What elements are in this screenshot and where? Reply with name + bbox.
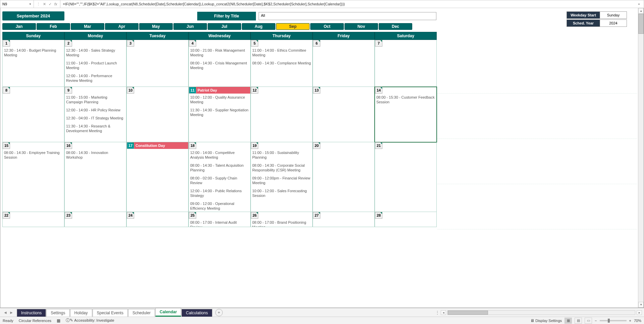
day-cell[interactable]: 11Patriot Day10:00 - 12:00 - Quality Ass… [189,87,251,142]
hscroll-right-icon[interactable]: ▸ [637,310,642,315]
month-button-apr[interactable]: Apr [105,23,139,30]
day-cell[interactable]: 20 [313,142,375,212]
day-number: 2 [65,40,72,47]
day-cell[interactable]: 511:00 - 14:00 - Ethics Committee Meetin… [251,40,313,87]
day-cell[interactable]: 2608:00 - 17:00 - Brand Positioning Meet… [251,212,313,227]
cancel-icon[interactable]: ✕ [43,2,46,6]
day-cell[interactable]: 10 [126,87,189,142]
day-cell[interactable]: 3 [126,40,189,87]
month-button-sep[interactable]: Sep [276,23,310,30]
fx-icon[interactable]: fx [54,2,57,6]
scroll-up-icon[interactable]: ▴ [638,8,644,14]
formula-input[interactable]: =IF(N8="","",IF($K$2="All",Lookup_concat… [60,0,644,8]
month-button-mar[interactable]: Mar [71,23,104,30]
vertical-scrollbar[interactable]: ▴ ▾ [638,8,644,308]
day-cell[interactable]: 6 [313,40,375,87]
sheet-tab[interactable]: Settings [46,309,69,317]
tab-menu-icon[interactable]: ⋮ [435,310,439,315]
day-cell[interactable]: 410:00 - 21:00 - Risk Management Meeting… [189,40,251,87]
day-cell[interactable]: 13 [313,87,375,142]
day-cell[interactable]: 22 [2,212,64,227]
day-number: 20 [313,142,320,149]
month-button-feb[interactable]: Feb [37,23,70,30]
day-events: 08:00 - 14:30 - Employee Training Sessio… [3,149,64,212]
scroll-thumb[interactable] [638,14,644,34]
day-cell[interactable]: 212:30 - 14:00 - Sales Strategy Meeting1… [64,40,126,87]
tab-nav-next-icon[interactable]: ► [9,310,13,315]
event-entry: 08:00 - 14:30 - Innovation Workshop [66,150,125,160]
name-box[interactable]: N9 ▼ [0,0,34,8]
month-button-jun[interactable]: Jun [173,23,207,30]
day-cell[interactable]: 21 [375,142,437,212]
day-cell[interactable]: 12 [251,87,313,142]
accept-icon[interactable]: ✓ [49,2,52,6]
accessibility-icon: ⓘ✎ [66,318,74,323]
view-normal-icon[interactable]: ▦ [565,318,572,324]
day-cell[interactable]: 911:00 - 15:00 - Marketing Campaign Plan… [64,87,126,142]
empty-grid-area [437,48,637,308]
tab-nav-prev-icon[interactable]: ◄ [3,310,7,315]
sheet-tab[interactable]: Calculations [181,309,212,317]
sched-year-value[interactable]: 2024 [600,19,627,27]
tab-nav-buttons: ◄ ► [0,310,17,315]
weekday-start-value[interactable]: Sunday [600,11,627,19]
month-button-may[interactable]: May [139,23,173,30]
zoom-in-button[interactable]: + [629,319,631,323]
day-cell[interactable]: 28 [375,212,437,227]
day-number: 22 [3,212,10,219]
formula-expand-icon[interactable]: ▾ [637,3,641,6]
name-box-dropdown-icon[interactable]: ▼ [29,3,32,6]
hscroll-left-icon[interactable]: ◂ [441,310,446,315]
display-settings-button[interactable]: 🖥 Display Settings [530,318,562,323]
macro-record-icon[interactable]: ▦ [57,318,60,323]
day-cell[interactable]: 1911:00 - 15:00 - Sustainability Plannin… [251,142,313,212]
hscroll-track[interactable] [447,310,635,315]
day-cell[interactable]: 1812:00 - 14:00 - Competitive Analysis M… [189,142,251,212]
new-sheet-button[interactable]: + [215,309,223,316]
accessibility-status[interactable]: ⓘ✎ Accessibility: Investigate [66,318,114,323]
sheet-tab[interactable]: Calendar [155,308,181,317]
event-entry: 10:00 - 21:00 - Risk Management Meeting [190,48,249,57]
day-number: 24 [127,212,134,219]
event-entry: 12:30 - 04:00 - IT Strategy Meeting [66,116,125,120]
filter-value-input[interactable]: All [259,12,436,20]
sheet-tab[interactable]: Instructions [17,309,46,317]
day-cell[interactable]: 112:30 - 14:00 - Budget Planning Meeting [2,40,64,87]
day-number: 15 [3,142,10,149]
view-page-break-icon[interactable]: ▭ [585,318,592,324]
event-entry: 10:00 - 12:00 - Quality Assurance Meetin… [190,95,249,104]
day-cell[interactable]: 1508:00 - 14:30 - Employee Training Sess… [2,142,64,212]
month-button-jan[interactable]: Jan [2,23,36,30]
zoom-knob[interactable] [608,319,610,323]
day-cell[interactable]: 17Constitution Day [126,142,189,212]
month-title-badge: September 2024 [2,11,64,20]
day-cell[interactable]: 1408:00 - 15:30 - Customer Feedback Sess… [375,87,437,142]
sheet-tab[interactable]: Holiday [70,309,92,317]
sheet-tab[interactable]: Special Events [93,309,128,317]
day-number: 10 [127,87,134,94]
day-events: 08:00 - 17:00 - Brand Positioning Meetin… [251,219,312,227]
day-cell[interactable]: 23 [64,212,126,227]
hscroll-thumb[interactable] [448,311,488,315]
sheet-tab[interactable]: Scheduler [128,309,155,317]
day-number: 14 [375,87,382,94]
day-cell[interactable]: 7 [375,40,437,87]
zoom-out-button[interactable]: − [595,319,597,323]
view-page-layout-icon[interactable]: ▤ [575,318,582,324]
day-cell[interactable]: 2508:00 - 17:00 - Internal Audit Review [189,212,251,227]
month-button-nov[interactable]: Nov [344,23,378,30]
day-cell[interactable]: 8 [2,87,64,142]
zoom-slider[interactable] [600,320,627,321]
month-button-jul[interactable]: Jul [208,23,241,30]
worksheet-area: September 2024 Filter by Title All Weekd… [0,8,644,308]
zoom-level[interactable]: 70% [634,319,641,323]
day-cell[interactable]: 27 [313,212,375,227]
month-button-aug[interactable]: Aug [242,23,275,30]
formula-menu-icon[interactable]: ⋮ [37,2,40,6]
day-cell[interactable]: 24 [126,212,189,227]
month-button-dec[interactable]: Dec [379,23,412,30]
month-button-oct[interactable]: Oct [310,23,344,30]
day-cell[interactable]: 1608:00 - 14:30 - Innovation Workshop [64,142,126,212]
day-events: 11:00 - 14:00 - Ethics Committee Meeting… [251,47,312,87]
scroll-down-icon[interactable]: ▾ [638,302,644,308]
